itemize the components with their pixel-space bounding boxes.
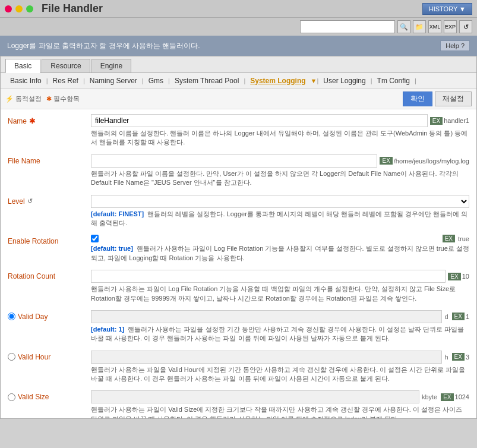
subnav-user-logging[interactable]: User Logging — [318, 75, 370, 86]
lightning-icon: ⚡ — [5, 95, 14, 103]
file-name-desc: 핸들러가 사용할 파일 이름을 설정한다. 만약, User가 이 설정을 하지… — [91, 169, 469, 188]
enable-rotation-example-val: true — [458, 235, 469, 242]
valid-hour-radio-label: Valid Hour — [8, 353, 50, 361]
field-enable-rotation: Enable Rotation EX true [default: true] … — [8, 235, 469, 263]
valid-hour-radio[interactable] — [8, 353, 15, 361]
export-icon[interactable]: EXP — [444, 20, 457, 33]
required-indicator: ✱ 필수항목 — [46, 94, 80, 103]
file-name-example-tag: EX — [380, 157, 392, 165]
name-input[interactable]: fileHandler — [91, 114, 428, 127]
valid-size-desc: 핸들러가 사용하는 파일이 Valid Size에 지정한 크기보다 작을 때까… — [91, 405, 469, 418]
valid-hour-label: Valid Hour — [18, 353, 50, 361]
reset-button[interactable]: 재설정 — [435, 92, 472, 106]
minimize-button[interactable] — [15, 5, 23, 12]
valid-size-label: Valid Size — [18, 393, 49, 401]
field-name: Name ✱ fileHandler EX handler1 핸들러의 이름을 … — [8, 114, 469, 147]
field-valid-day: Valid Day d EX 1 [default: 1] 핸들러가 사용하는 … — [8, 310, 469, 343]
tab-basic[interactable]: Basic — [5, 59, 40, 73]
rotation-count-input[interactable] — [91, 270, 446, 283]
required-label: 필수항목 — [53, 94, 80, 103]
field-valid-size: Valid Size kbyte EX 1024 핸들러가 사용하는 파일이 V… — [8, 390, 469, 418]
desc-text: Logger를 파일로 출력하고자 할 경우에 사용하는 핸들러이다. — [7, 41, 200, 51]
enable-rotation-checkbox[interactable] — [91, 235, 99, 242]
dynamic-setting: ⚡ 동적설정 — [5, 94, 42, 103]
name-required: ✱ — [29, 116, 36, 125]
subnav-naming-server[interactable]: Naming Server — [85, 75, 142, 86]
valid-hour-unit: h — [444, 354, 448, 361]
xml-icon[interactable]: XML — [428, 20, 441, 33]
valid-hour-input[interactable] — [91, 351, 442, 364]
valid-day-desc: [default: 1] 핸들러가 사용하는 파일을 설정한 기간 동안만 사용… — [91, 325, 469, 343]
name-desc: 핸들러의 이름을 설정한다. 핸들러 이름은 하나의 Logger 내에서 유일… — [91, 129, 469, 147]
desc-bar: Logger를 파일로 출력하고자 할 경우에 사용하는 핸들러이다. Help… — [0, 36, 477, 56]
name-example-val: handler1 — [444, 117, 469, 124]
valid-day-radio[interactable] — [8, 313, 15, 320]
rotation-count-desc: 핸들러가 사용하는 파일이 Log File Rotation 기능을 사용할 … — [91, 285, 469, 303]
maximize-button[interactable] — [26, 5, 33, 12]
window-title: File Handler — [42, 2, 103, 15]
valid-day-label: Valid Day — [18, 313, 48, 321]
history-button[interactable]: HISTORY ▼ — [422, 3, 472, 15]
subnav-basic-info[interactable]: Basic Info — [5, 75, 46, 86]
valid-size-example-tag: EX — [441, 393, 453, 401]
level-select[interactable]: FINEST FINE INFO WARNING SEVERE — [91, 195, 469, 208]
help-button[interactable]: Help ? — [440, 40, 470, 51]
toolbar: ⚡ 동적설정 ✱ 필수항목 확인 재설정 — [1, 89, 476, 109]
subnav-gms[interactable]: Gms — [144, 75, 168, 86]
search-input[interactable] — [300, 20, 395, 33]
name-example-tag: EX — [430, 117, 443, 125]
valid-size-input[interactable] — [91, 390, 419, 403]
field-rotation-count: Rotation Count EX 10 핸들러가 사용하는 파일이 Log F… — [8, 270, 469, 303]
valid-hour-desc: 핸들러가 사용하는 파일을 Valid Hour에 지정된 기간 동안만 사용하… — [91, 365, 469, 384]
subnav-system-thread-pool[interactable]: System Thread Pool — [170, 75, 244, 86]
enable-rotation-example-tag: EX — [443, 235, 455, 242]
field-file-name: File Name EX /home/jeus/logs/mylog.log 핸… — [8, 154, 469, 188]
rotation-count-label: Rotation Count — [8, 272, 55, 280]
file-name-example-val: /home/jeus/logs/mylog.log — [394, 157, 469, 165]
enable-rotation-desc: [default: true] 핸들러가 사용하는 파일이 Log File R… — [91, 244, 469, 263]
valid-day-example-tag: EX — [452, 313, 465, 320]
level-desc: [default: FINEST] 핸들러의 레벨을 설정한다. Logger를… — [91, 210, 469, 228]
search-area: 🔍 📁 XML EXP ↺ — [0, 18, 477, 36]
subnav: Basic Info | Res Ref | Naming Server | G… — [1, 73, 476, 89]
valid-size-radio-label: Valid Size — [8, 393, 49, 401]
level-refresh-icon[interactable]: ↺ — [27, 197, 33, 205]
tab-engine[interactable]: Engine — [91, 59, 131, 72]
field-valid-hour: Valid Hour h EX 3 핸들러가 사용하는 파일을 Valid Ho… — [8, 351, 469, 384]
file-name-input[interactable] — [91, 154, 377, 168]
valid-day-input[interactable] — [91, 310, 442, 323]
subnav-res-ref[interactable]: Res Ref — [48, 75, 83, 86]
subnav-tm-config[interactable]: Tm Config — [372, 75, 415, 86]
search-icon[interactable]: 🔍 — [397, 20, 410, 33]
tabs-row: Basic Resource Engine — [1, 56, 476, 73]
valid-size-radio[interactable] — [8, 393, 15, 401]
name-label: Name — [8, 117, 27, 125]
valid-day-example-val: 1 — [466, 313, 469, 320]
file-name-label: File Name — [8, 157, 40, 165]
valid-size-unit: kbyte — [422, 393, 437, 400]
asterisk-icon: ✱ — [46, 95, 52, 103]
level-label: Level — [8, 197, 25, 206]
valid-size-example-val: 1024 — [455, 393, 469, 400]
dynamic-label: 동적설정 — [15, 94, 42, 103]
field-level: Level ↺ FINEST FINE INFO WARNING SEVERE … — [8, 195, 469, 228]
enable-rotation-label: Enable Rotation — [8, 237, 58, 245]
confirm-button[interactable]: 확인 — [403, 92, 432, 106]
valid-day-radio-label: Valid Day — [8, 313, 48, 321]
tab-resource[interactable]: Resource — [42, 59, 90, 72]
subnav-system-logging[interactable]: System Logging — [245, 75, 310, 86]
rotation-count-example-tag: EX — [448, 273, 460, 280]
refresh-icon[interactable]: ↺ — [459, 20, 472, 33]
rotation-count-example-val: 10 — [462, 273, 469, 280]
close-button[interactable] — [5, 5, 12, 12]
folder-icon[interactable]: 📁 — [413, 20, 426, 33]
valid-hour-example-tag: EX — [452, 353, 465, 361]
valid-day-unit: d — [444, 313, 448, 320]
valid-hour-example-val: 3 — [466, 354, 469, 361]
form-area: Name ✱ fileHandler EX handler1 핸들러의 이름을 … — [1, 109, 476, 418]
